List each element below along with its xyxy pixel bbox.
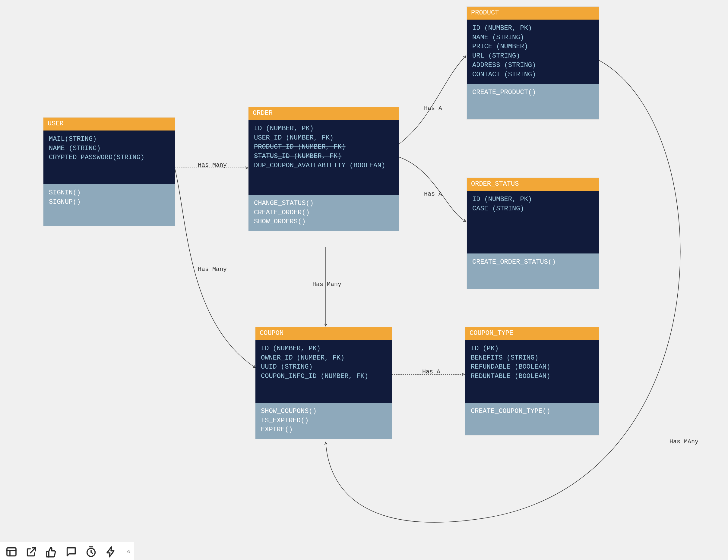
rel-label-order-coupon: Has Many: [312, 281, 341, 288]
entity-user[interactable]: USER MAIL(STRING) NAME (STRING) CRYPTED …: [43, 118, 175, 226]
entity-attr: UUID (STRING): [261, 362, 386, 372]
entity-method: CREATE_PRODUCT(): [472, 88, 593, 97]
entity-product[interactable]: PRODUCT ID (NUMBER, PK) NAME (STRING) PR…: [467, 7, 599, 119]
lightning-icon[interactable]: [105, 546, 117, 558]
entity-method: CREATE_ORDER_STATUS(): [472, 258, 593, 267]
entity-attr: CASE (STRING): [472, 204, 593, 214]
entity-user-attrs: MAIL(STRING) NAME (STRING) CRYPTED PASSW…: [43, 131, 175, 184]
entity-method: SIGNUP(): [49, 198, 169, 207]
collapse-toolbar-button[interactable]: «: [125, 548, 129, 556]
entity-order-status-attrs: ID (NUMBER, PK) CASE (STRING): [467, 191, 599, 254]
entity-attr: ADDRESS (STRING): [472, 61, 593, 70]
entity-method: CREATE_ORDER(): [254, 208, 393, 218]
entity-attr: ID (NUMBER, PK): [254, 124, 393, 134]
entity-attr: STATUS_ID (NUMBER, FK): [254, 152, 393, 161]
entity-attr: ID (NUMBER, PK): [472, 24, 593, 33]
entity-method: CREATE_COUPON_TYPE(): [471, 407, 593, 416]
entity-method: SIGNIN(): [49, 188, 169, 198]
entity-coupon-type-title: COUPON_TYPE: [465, 327, 599, 340]
entity-user-title: USER: [43, 118, 175, 131]
timer-icon[interactable]: [85, 546, 97, 558]
svg-rect-0: [7, 548, 16, 556]
entity-order-methods: CHANGE_STATUS() CREATE_ORDER() SHOW_ORDE…: [248, 195, 399, 231]
rel-label-order-product: Has A: [424, 105, 442, 112]
connector-order-product: [398, 56, 466, 145]
entity-order[interactable]: ORDER ID (NUMBER, PK) USER_ID (NUMBER, F…: [248, 107, 399, 231]
rel-label-product-coupon: Has MAny: [669, 438, 698, 445]
entity-attr: ID (PK): [471, 344, 593, 353]
entity-attr: NAME (STRING): [472, 33, 593, 43]
entity-attr: COUPON_INFO_ID (NUMBER, FK): [261, 372, 386, 381]
entity-product-attrs: ID (NUMBER, PK) NAME (STRING) PRICE (NUM…: [467, 20, 599, 84]
entity-attr: PRICE (NUMBER): [472, 42, 593, 52]
rel-label-coupon-type: Has A: [422, 368, 440, 375]
entity-product-title: PRODUCT: [467, 7, 599, 20]
entity-order-status-title: ORDER_STATUS: [467, 178, 599, 191]
entity-coupon-type-attrs: ID (PK) BENEFITS (STRING) REFUNDABLE (BO…: [465, 340, 599, 403]
entity-method: SHOW_ORDERS(): [254, 217, 393, 227]
entity-coupon-title: COUPON: [255, 327, 392, 340]
entity-attr: ID (NUMBER, PK): [261, 344, 386, 353]
entity-attr: MAIL(STRING): [49, 135, 169, 144]
connectors-layer: [0, 0, 728, 560]
entity-attr: CRYPTED PASSWORD(STRING): [49, 153, 169, 163]
entity-order-status-methods: CREATE_ORDER_STATUS(): [467, 254, 599, 289]
connector-order-orderstatus: [398, 157, 466, 222]
entity-coupon-type[interactable]: COUPON_TYPE ID (PK) BENEFITS (STRING) RE…: [465, 327, 599, 435]
entity-order-attrs: ID (NUMBER, PK) USER_ID (NUMBER, FK) PRO…: [248, 120, 399, 195]
entity-attr: PRODUCT_ID (NUMBER, FK): [254, 143, 393, 152]
external-link-icon[interactable]: [25, 546, 37, 558]
diagram-canvas[interactable]: USER MAIL(STRING) NAME (STRING) CRYPTED …: [0, 0, 728, 560]
entity-order-status[interactable]: ORDER_STATUS ID (NUMBER, PK) CASE (STRIN…: [467, 178, 599, 289]
thumbs-up-icon[interactable]: [45, 546, 57, 558]
entity-attr: OWNER_ID (NUMBER, FK): [261, 353, 386, 363]
entity-method: EXPIRE(): [261, 425, 386, 435]
rel-label-user-coupon: Has Many: [198, 266, 227, 273]
rel-label-user-order: Has Many: [198, 162, 227, 169]
entity-attr: URL (STRING): [472, 52, 593, 61]
entity-attr: CONTACT (STRING): [472, 70, 593, 80]
entity-method: IS_EXPIRED(): [261, 416, 386, 425]
entity-order-title: ORDER: [248, 107, 399, 120]
entity-attr: ID (NUMBER, PK): [472, 195, 593, 204]
entity-attr: BENEFITS (STRING): [471, 353, 593, 363]
entity-coupon[interactable]: COUPON ID (NUMBER, PK) OWNER_ID (NUMBER,…: [255, 327, 392, 439]
entity-user-methods: SIGNIN() SIGNUP(): [43, 184, 175, 226]
entity-method: CHANGE_STATUS(): [254, 199, 393, 208]
entity-coupon-methods: SHOW_COUPONS() IS_EXPIRED() EXPIRE(): [255, 403, 392, 439]
entity-attr: REFUNDABLE (BOOLEAN): [471, 362, 593, 372]
entity-attr: REDUNTABLE (BOOLEAN): [471, 372, 593, 381]
entity-attr: DUP_COUPON_AVAILABILITY (BOOLEAN): [254, 161, 393, 171]
bottom-toolbar: «: [0, 542, 134, 560]
entity-attr: USER_ID (NUMBER, FK): [254, 134, 393, 143]
rel-label-order-status: Has A: [424, 191, 442, 198]
entity-coupon-attrs: ID (NUMBER, PK) OWNER_ID (NUMBER, FK) UU…: [255, 340, 392, 403]
entity-method: SHOW_COUPONS(): [261, 407, 386, 416]
panel-icon[interactable]: [5, 546, 17, 558]
entity-coupon-type-methods: CREATE_COUPON_TYPE(): [465, 403, 599, 435]
entity-product-methods: CREATE_PRODUCT(): [467, 84, 599, 119]
comment-icon[interactable]: [65, 546, 77, 558]
entity-attr: NAME (STRING): [49, 144, 169, 154]
